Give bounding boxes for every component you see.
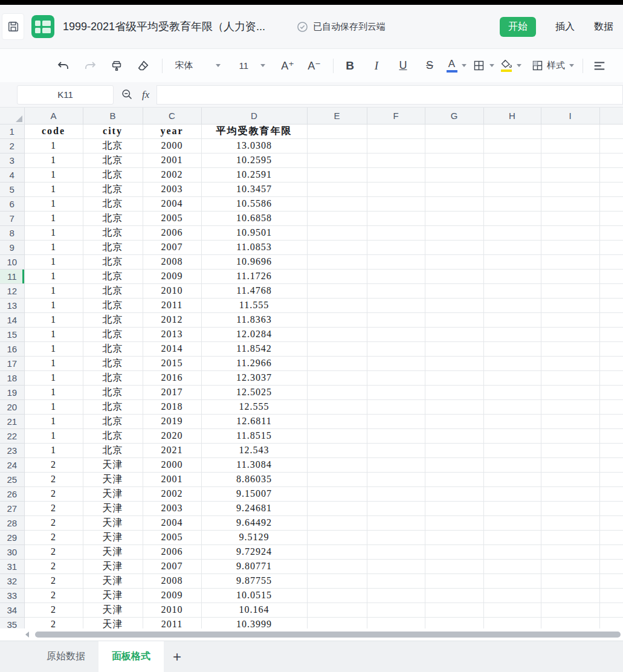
cell[interactable] bbox=[541, 167, 599, 182]
cell[interactable]: 10.3999 bbox=[201, 617, 307, 628]
cell[interactable] bbox=[307, 385, 367, 399]
cell[interactable]: 2001 bbox=[143, 472, 201, 486]
cell[interactable] bbox=[541, 573, 599, 588]
cell[interactable] bbox=[483, 138, 541, 153]
cell[interactable] bbox=[307, 603, 367, 617]
tab-home[interactable]: 开始 bbox=[500, 17, 536, 37]
format-painter-button[interactable] bbox=[106, 56, 127, 76]
cell-reference-box[interactable]: K11 bbox=[17, 85, 114, 105]
cell[interactable] bbox=[483, 298, 541, 312]
cell[interactable] bbox=[541, 544, 599, 559]
cell[interactable] bbox=[367, 153, 425, 167]
cell[interactable] bbox=[599, 138, 623, 153]
cell[interactable] bbox=[599, 603, 623, 617]
font-name-select[interactable]: 宋体 bbox=[169, 56, 227, 76]
cell[interactable] bbox=[541, 486, 599, 501]
cell[interactable]: 2000 bbox=[143, 138, 201, 153]
cell[interactable]: 10.9501 bbox=[201, 225, 307, 240]
cell[interactable]: 2015 bbox=[143, 356, 201, 370]
cell[interactable]: 2 bbox=[24, 486, 83, 501]
cell[interactable] bbox=[483, 211, 541, 225]
cell[interactable] bbox=[599, 443, 623, 457]
cell[interactable]: 10.6858 bbox=[201, 211, 307, 225]
cell[interactable]: 北京 bbox=[83, 167, 143, 182]
row-header[interactable]: 34 bbox=[0, 603, 24, 617]
cell[interactable]: 2 bbox=[24, 603, 83, 617]
cell[interactable]: 11.8542 bbox=[201, 341, 307, 356]
cell[interactable] bbox=[367, 457, 425, 472]
cell[interactable]: 10.5586 bbox=[201, 196, 307, 211]
cell[interactable] bbox=[541, 153, 599, 167]
cell[interactable] bbox=[483, 501, 541, 515]
fill-color-button[interactable] bbox=[500, 56, 521, 76]
cell[interactable] bbox=[425, 327, 483, 341]
cell[interactable]: 2 bbox=[24, 617, 83, 628]
cell[interactable]: 1 bbox=[24, 428, 83, 443]
sheet-tab-raw-data[interactable]: 原始数据 bbox=[33, 641, 98, 672]
cell[interactable]: 1 bbox=[24, 298, 83, 312]
strikethrough-button[interactable]: S bbox=[419, 56, 440, 76]
cell[interactable] bbox=[541, 559, 599, 573]
cell[interactable]: 11.4768 bbox=[201, 283, 307, 298]
cell[interactable] bbox=[307, 283, 367, 298]
sheet-tab-panel-format[interactable]: 面板格式 bbox=[98, 641, 164, 672]
cell[interactable] bbox=[599, 530, 623, 544]
cell[interactable]: 1 bbox=[24, 385, 83, 399]
column-header-e[interactable]: E bbox=[307, 108, 367, 124]
cell[interactable] bbox=[483, 617, 541, 628]
cell[interactable] bbox=[307, 124, 367, 138]
redo-button[interactable] bbox=[80, 56, 100, 76]
cell[interactable] bbox=[425, 603, 483, 617]
cell[interactable] bbox=[367, 182, 425, 196]
cell[interactable] bbox=[307, 182, 367, 196]
cell[interactable] bbox=[599, 167, 623, 182]
cell[interactable] bbox=[483, 573, 541, 588]
cell[interactable] bbox=[367, 530, 425, 544]
cell[interactable] bbox=[307, 472, 367, 486]
row-header[interactable]: 29 bbox=[0, 530, 24, 544]
zoom-out-icon[interactable] bbox=[121, 88, 134, 101]
cell[interactable]: 2010 bbox=[143, 603, 201, 617]
cell[interactable] bbox=[307, 196, 367, 211]
cell[interactable]: 12.3037 bbox=[201, 370, 307, 385]
cell[interactable] bbox=[425, 225, 483, 240]
cell[interactable]: 2 bbox=[24, 530, 83, 544]
cell[interactable]: 1 bbox=[24, 414, 83, 428]
cell[interactable] bbox=[425, 544, 483, 559]
cell[interactable]: 11.3084 bbox=[201, 457, 307, 472]
cell[interactable] bbox=[425, 370, 483, 385]
cell[interactable] bbox=[599, 428, 623, 443]
cell[interactable]: 2 bbox=[24, 559, 83, 573]
cell[interactable] bbox=[367, 414, 425, 428]
row-header[interactable]: 25 bbox=[0, 472, 24, 486]
insert-function-button[interactable]: fx bbox=[142, 89, 149, 101]
cell[interactable]: 2 bbox=[24, 472, 83, 486]
cell[interactable]: 天津 bbox=[83, 457, 143, 472]
row-header[interactable]: 13 bbox=[0, 298, 24, 312]
cell[interactable] bbox=[367, 254, 425, 269]
cell[interactable]: 2018 bbox=[143, 399, 201, 414]
cell[interactable]: 天津 bbox=[83, 573, 143, 588]
row-header[interactable]: 22 bbox=[0, 428, 24, 443]
cell[interactable]: 1 bbox=[24, 153, 83, 167]
cell[interactable] bbox=[541, 327, 599, 341]
cell[interactable]: 北京 bbox=[83, 138, 143, 153]
cell[interactable]: 12.0284 bbox=[201, 327, 307, 341]
cell[interactable]: 1 bbox=[24, 283, 83, 298]
cell[interactable] bbox=[367, 356, 425, 370]
cell[interactable] bbox=[599, 414, 623, 428]
cell[interactable] bbox=[367, 327, 425, 341]
cell[interactable] bbox=[541, 225, 599, 240]
cell[interactable] bbox=[483, 370, 541, 385]
cell[interactable] bbox=[599, 153, 623, 167]
cell[interactable]: 天津 bbox=[83, 559, 143, 573]
cell[interactable]: 12.555 bbox=[201, 399, 307, 414]
cell[interactable] bbox=[541, 298, 599, 312]
cell[interactable] bbox=[367, 559, 425, 573]
cell[interactable] bbox=[541, 283, 599, 298]
cell[interactable] bbox=[483, 399, 541, 414]
cell[interactable] bbox=[599, 312, 623, 327]
cell[interactable]: 2007 bbox=[143, 559, 201, 573]
horizontal-scrollbar[interactable] bbox=[0, 628, 623, 641]
cell[interactable]: 13.0308 bbox=[201, 138, 307, 153]
